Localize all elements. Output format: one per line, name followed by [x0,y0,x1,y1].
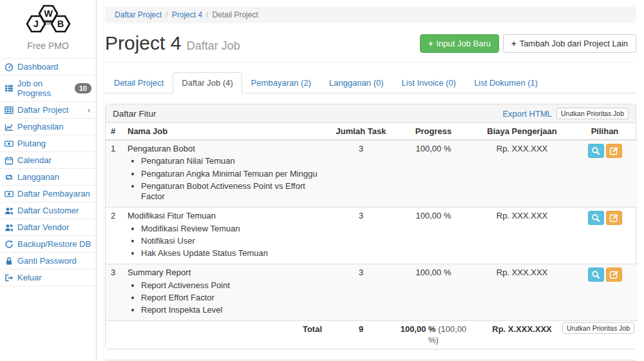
view-job-button[interactable] [588,144,604,158]
view-job-button[interactable] [588,211,604,225]
table-icon [5,106,14,115]
sidebar-item-label: Penghasilan [17,122,64,132]
money-icon [5,139,14,148]
sidebar-item-label: Daftar Customer [17,206,79,215]
chevron-left-icon: ‹ [88,105,91,115]
task-item: Report Activeness Point [141,280,322,291]
svg-text:J: J [33,19,39,29]
line-chart-icon [5,122,14,132]
tab-daftar-job[interactable]: Daftar Job (4) [173,72,242,93]
sidebar-item-calendar[interactable]: Calendar [0,152,96,169]
urutkan-prioritas-job-button[interactable]: Urutkan Prioritas Job [556,108,629,119]
users-icon [5,223,14,232]
button-label: Tambah Job dari Project Lain [520,39,628,48]
task-item: Report Inspekta Level [141,305,322,315]
svg-text:B: B [57,19,63,29]
sidebar-item-daftar-pembayaran[interactable]: Daftar Pembayaran [0,186,96,202]
breadcrumb-link-project-4[interactable]: Project 4 [172,10,202,19]
sidebar-item-ganti-password[interactable]: Ganti Password [0,253,96,269]
task-item: Modifikasi Review Temuan [141,224,322,234]
cost-value: Rp. XXX.XXX [472,140,572,208]
panel-heading: Daftar Fitur Export HTML Urutkan Priorit… [106,104,636,123]
export-html-link[interactable]: Export HTML [502,109,552,119]
edit-icon [609,146,618,155]
project-tabs: Detail Project Daftar Job (4) Pembayaran… [105,72,636,93]
svg-text:W: W [44,8,53,19]
tab-langganan[interactable]: Langganan (0) [320,72,393,93]
row-number: 2 [106,208,122,264]
sidebar-item-keluar[interactable]: Keluar [0,269,96,286]
sidebar-item-dashboard[interactable]: Dashboard [0,59,96,75]
users-icon [5,206,14,215]
task-item: Pengaturan Angka Minimal Temuan per Ming… [141,169,322,179]
edit-job-button[interactable] [606,211,622,225]
progress-value: 100,00 % [395,264,472,321]
table-row: 2 Modifikasi Fitur Temuan Modifikasi Rev… [106,208,638,264]
job-name-cell: Summary Report Report Activeness Point R… [122,264,327,321]
row-number: 1 [106,140,122,208]
retweet-icon [5,173,14,182]
sidebar-item-job-on-progress[interactable]: Job on Progress 10 [0,75,96,102]
total-progress: 100,00 % (100,00 %) [395,321,472,349]
gauge-icon [5,63,14,72]
svg-text:.com: .com [43,21,52,25]
sidebar-item-daftar-vendor[interactable]: Daftar Vendor [0,219,96,236]
table-header-row: # Nama Job Jumlah Task Progress Biaya Pe… [106,123,638,140]
input-job-baru-button[interactable]: + Input Job Baru [420,34,499,53]
col-pilihan: Pilihan [572,123,638,140]
plus-icon: + [511,39,516,48]
task-list: Pengaturan Nilai Temuan Pengaturan Angka… [128,156,322,202]
sidebar-item-label: Langganan [17,172,59,182]
sidebar-item-label: Dashboard [17,62,59,72]
panel-title: Daftar Fitur [113,109,156,119]
sidebar-item-piutang[interactable]: Piutang [0,135,96,152]
sidebar-item-backup-restore[interactable]: Backup/Restore DB [0,236,96,253]
task-item: Report Effort Factor [141,293,322,303]
sidebar: W J B .com Free PMO Dashboard Job on Pro… [0,0,97,361]
cost-value: Rp. XXX.XXX [472,264,572,321]
task-item: Pengaturan Bobot Activeness Point vs Eff… [141,181,322,202]
breadcrumb-separator: / [206,10,208,19]
progress-value: 100,00 % [395,208,472,264]
task-list-icon [5,84,14,93]
total-row: Total 9 100,00 % (100,00 %) Rp. X.XXX.XX… [106,321,638,349]
breadcrumb-link-daftar-project[interactable]: Daftar Project [115,10,162,19]
project-name: Project 4 [105,32,181,54]
edit-job-button[interactable] [606,268,622,282]
total-label: Total [122,321,327,349]
tab-list-invoice[interactable]: List Invoice (0) [393,72,466,93]
view-job-button[interactable] [588,268,604,282]
refresh-icon [5,240,14,249]
edit-icon [609,213,618,222]
job-name: Summary Report [128,268,191,277]
cost-value: Rp. XXX.XXX [472,208,572,264]
tab-pembayaran[interactable]: Pembayaran (2) [242,72,320,93]
page-title: Project 4 Daftar Job [105,32,240,54]
sidebar-item-label: Keluar [17,273,42,282]
app-logo: W J B .com [0,0,96,39]
daftar-fitur-table: # Nama Job Jumlah Task Progress Biaya Pe… [106,123,638,349]
jwb-logo-icon: W J B .com [19,3,78,37]
task-item: Pengaturan Nilai Temuan [141,156,322,166]
total-task-count: 9 [327,321,395,349]
urutkan-prioritas-job-button[interactable]: Urutkan Prioritas Job [562,322,634,334]
sign-out-icon [5,273,14,282]
tab-list-dokumen[interactable]: List Dokumen (1) [465,72,547,93]
edit-job-button[interactable] [606,144,622,158]
search-icon [591,146,600,155]
sidebar-item-daftar-project[interactable]: Daftar Project ‹ [0,102,96,119]
sidebar-item-daftar-customer[interactable]: Daftar Customer [0,202,96,219]
table-row: 3 Summary Report Report Activeness Point… [106,264,638,321]
panel-daftar-fitur: Daftar Fitur Export HTML Urutkan Priorit… [105,104,636,349]
tambah-job-dari-project-lain-button[interactable]: + Tambah Job dari Project Lain [503,34,636,53]
lock-icon [5,257,14,266]
sidebar-item-label: Calendar [17,155,52,165]
job-count-badge: 10 [75,83,91,93]
col-jumlah-task: Jumlah Task [327,123,395,140]
sidebar-item-langganan[interactable]: Langganan [0,169,96,186]
main-content: Daftar Project/Project 4/Detail Project … [97,0,644,361]
tab-detail-project[interactable]: Detail Project [105,72,173,93]
sidebar-item-penghasilan[interactable]: Penghasilan [0,119,96,135]
task-list: Report Activeness Point Report Effort Fa… [128,280,322,316]
breadcrumb-separator: / [166,10,167,19]
